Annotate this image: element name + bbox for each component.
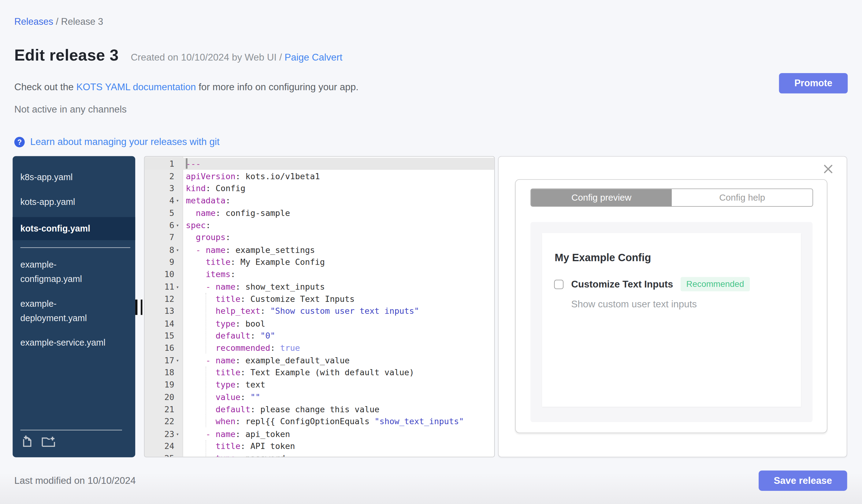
file-item-example-service.yaml[interactable]: example-service.yaml — [13, 333, 135, 353]
code-line-24[interactable]: 24 title: API token — [145, 440, 494, 452]
code-line-15[interactable]: 15 default: "0" — [145, 330, 494, 342]
promote-button[interactable]: Promote — [779, 73, 848, 93]
created-info: Created on 10/10/2024 by Web UI / Paige … — [131, 52, 342, 63]
sidebar-editor-splitter[interactable] — [135, 300, 145, 315]
preview-tab-group: Config previewConfig help — [531, 188, 813, 207]
code-line-18[interactable]: 18 title: Text Example (with default val… — [145, 367, 494, 379]
breadcrumb-releases-link[interactable]: Releases — [14, 16, 53, 27]
breadcrumb: Releases / Release 3 — [14, 0, 848, 27]
code-line-8[interactable]: 8▾ - name: example_settings — [145, 244, 494, 256]
code-line-5[interactable]: 5 name: config-sample — [145, 207, 494, 219]
new-file-icon[interactable] — [20, 435, 34, 451]
code-line-19[interactable]: 19 type: text — [145, 379, 494, 391]
fold-arrow-icon[interactable]: ▾ — [174, 198, 181, 203]
code-line-23[interactable]: 23▾ - name: api_token — [145, 428, 494, 440]
question-mark-icon: ? — [14, 137, 25, 147]
close-icon[interactable] — [823, 164, 833, 174]
code-line-2[interactable]: 2apiVersion: kots.io/v1beta1 — [145, 170, 494, 182]
config-preview-panel: Config previewConfig help My Example Con… — [498, 156, 847, 457]
customize-text-inputs-checkbox[interactable] — [554, 279, 564, 289]
code-line-22[interactable]: 22 when: repl{{ ConfigOptionEquals "show… — [145, 416, 494, 428]
code-line-1[interactable]: 1--- — [145, 158, 494, 170]
code-line-16[interactable]: 16 recommended: true — [145, 342, 494, 354]
breadcrumb-separator: / — [53, 16, 61, 27]
code-line-14[interactable]: 14 type: bool — [145, 317, 494, 330]
preview-card: Config previewConfig help My Example Con… — [515, 179, 827, 433]
tab-config-preview[interactable]: Config preview — [531, 189, 672, 206]
file-item-example-configmap.yaml[interactable]: example-configmap.yaml — [13, 255, 135, 289]
code-line-20[interactable]: 20 value: "" — [145, 391, 494, 403]
code-line-4[interactable]: 4▾metadata: — [145, 195, 494, 207]
yaml-editor[interactable]: 1---2apiVersion: kots.io/v1beta13kind: C… — [144, 156, 495, 457]
file-list-divider — [20, 248, 130, 248]
fold-arrow-icon[interactable]: ▾ — [174, 223, 181, 228]
doc-info: Check out the KOTS YAML documentation fo… — [14, 81, 848, 93]
code-line-6[interactable]: 6▾spec: — [145, 219, 494, 231]
code-line-17[interactable]: 17▾ - name: example_default_value — [145, 354, 494, 367]
config-group-title: My Example Config — [554, 252, 801, 264]
sidebar-footer — [13, 430, 135, 457]
sidebar-footer-divider — [20, 430, 122, 430]
release-workspace: k8s-app.yamlkots-app.yamlkots-config.yam… — [0, 156, 862, 457]
last-modified-text: Last modified on 10/10/2024 — [14, 475, 136, 487]
fold-arrow-icon[interactable]: ▾ — [174, 247, 181, 253]
code-line-11[interactable]: 11▾ - name: show_text_inputs — [145, 280, 494, 293]
file-sidebar: k8s-app.yamlkots-app.yamlkots-config.yam… — [13, 156, 135, 457]
fold-arrow-icon[interactable]: ▾ — [174, 431, 181, 437]
save-release-button[interactable]: Save release — [759, 470, 847, 491]
code-line-25[interactable]: 25 type: password — [145, 453, 494, 457]
code-lines: 1---2apiVersion: kots.io/v1beta13kind: C… — [145, 158, 494, 457]
recommended-badge: Recommended — [681, 277, 750, 291]
page-title: Edit release 3 — [14, 46, 119, 64]
author-link[interactable]: Paige Calvert — [285, 52, 342, 63]
file-item-example-deployment.yaml[interactable]: example-deployment.yaml — [13, 294, 135, 328]
fold-arrow-icon[interactable]: ▾ — [174, 284, 181, 289]
config-item-label: Customize Text Inputs — [571, 278, 673, 290]
code-line-12[interactable]: 12 title: Customize Text Inputs — [145, 293, 494, 305]
file-item-k8s-app.yaml[interactable]: k8s-app.yaml — [13, 168, 135, 187]
text-cursor — [186, 158, 187, 169]
edit-release-page: Releases / Release 3 Edit release 3 Crea… — [0, 0, 862, 504]
code-line-13[interactable]: 13 help_text: "Show custom user text inp… — [145, 305, 494, 317]
git-releases-link[interactable]: Learn about managing your releases with … — [30, 136, 220, 148]
tab-config-help[interactable]: Config help — [672, 189, 812, 206]
file-item-kots-config.yaml[interactable]: kots-config.yaml — [13, 217, 135, 240]
config-group-card: My Example Config Customize Text Inputs … — [542, 233, 801, 407]
new-folder-icon[interactable] — [41, 435, 56, 451]
config-item-help-text: Show custom user text inputs — [571, 299, 801, 310]
code-line-21[interactable]: 21 default: please change this value — [145, 403, 494, 416]
file-item-kots-app.yaml[interactable]: kots-app.yaml — [13, 193, 135, 212]
code-line-7[interactable]: 7 groups: — [145, 231, 494, 244]
fold-arrow-icon[interactable]: ▾ — [174, 358, 181, 363]
file-list: k8s-app.yamlkots-app.yamlkots-config.yam… — [13, 156, 135, 430]
preview-body: My Example Config Customize Text Inputs … — [531, 222, 812, 422]
code-line-10[interactable]: 10 items: — [145, 268, 494, 280]
code-line-3[interactable]: 3kind: Config — [145, 182, 494, 195]
kots-yaml-doc-link[interactable]: KOTS YAML documentation — [77, 81, 196, 92]
channel-status: Not active in any channels — [14, 104, 848, 116]
breadcrumb-current: Release 3 — [61, 16, 103, 27]
code-line-9[interactable]: 9 title: My Example Config — [145, 256, 494, 268]
